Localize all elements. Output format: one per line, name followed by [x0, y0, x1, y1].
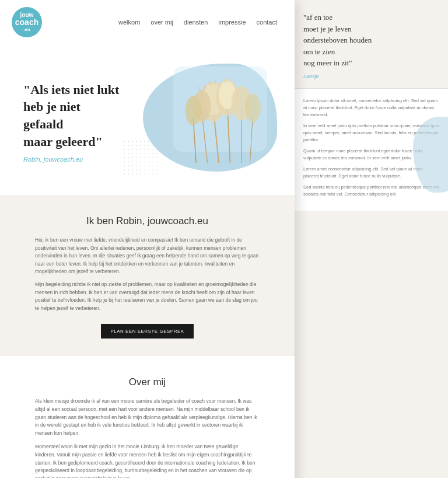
intro-paragraph2: Mijn begeleiding richtte ik niet op ziek… [35, 281, 260, 312]
intro-section: Ik ben Robin, jouwcoach.eu Hoi, ik ben e… [0, 195, 295, 356]
logo[interactable]: jouw coach .eu [12, 7, 42, 37]
logo-circle: jouw coach .eu [12, 7, 42, 37]
p2-text-1: Lorem ipsum dolor sit amet, consectetur … [303, 97, 439, 118]
p2-text-5: Sed lacinia felis eu pellentesque portti… [303, 184, 439, 198]
hero-text: "Als iets niet luktheb je niet gefaaldma… [23, 81, 120, 163]
nav-welkom[interactable]: welkom [118, 19, 140, 26]
hero-visual [120, 61, 277, 183]
over-mij-paragraph2: Momenteel woon ik met mijn gezin in het … [35, 443, 260, 478]
intro-paragraph1: Hoi, ik ben een vrouw met liefde, vriend… [35, 236, 260, 276]
logo-eu: .eu [23, 27, 30, 33]
over-mij-section: Over mij Als klein meisje droomde ik al … [0, 356, 295, 478]
over-mij-heading: Over mij [35, 376, 260, 388]
hero-section: "Als iets niet luktheb je niet gefaaldma… [0, 43, 295, 195]
intro-heading: Ik ben Robin, jouwcoach.eu [35, 215, 260, 227]
p2-quote-attr: Loesje [303, 74, 439, 79]
page-two: "af en toemoet je je levenondersteboven … [295, 0, 448, 478]
logo-coach: coach [15, 18, 38, 27]
hero-quote: "Als iets niet luktheb je niet gefaaldma… [23, 81, 120, 151]
header: jouw coach .eu welkom over mij diensten … [0, 0, 295, 43]
dots-decoration [123, 139, 158, 175]
cta-first-session[interactable]: PLAN EEN EERSTE GESPREK [101, 324, 193, 339]
svg-point-14 [245, 93, 261, 122]
nav-impressie[interactable]: impressie [218, 19, 246, 26]
hero-attribution: Robin, jouwcoach.eu [23, 156, 120, 163]
p2-quote-text: "af en toemoet je je levenondersteboven … [303, 12, 439, 69]
page-one: jouw coach .eu welkom over mij diensten … [0, 0, 295, 478]
nav-contact[interactable]: contact [257, 19, 277, 26]
nav-over-mij[interactable]: over mij [150, 19, 173, 26]
svg-point-13 [186, 96, 201, 125]
nav-diensten[interactable]: diensten [184, 19, 208, 26]
main-nav: welkom over mij diensten impressie conta… [118, 19, 277, 26]
page-container: jouw coach .eu welkom over mij diensten … [0, 0, 448, 478]
hero-plant-svg [160, 61, 277, 166]
p2-quote-block: "af en toemoet je je levenondersteboven … [295, 0, 448, 89]
over-mij-paragraph1: Als klein meisje droomde ik al van een m… [35, 397, 260, 437]
